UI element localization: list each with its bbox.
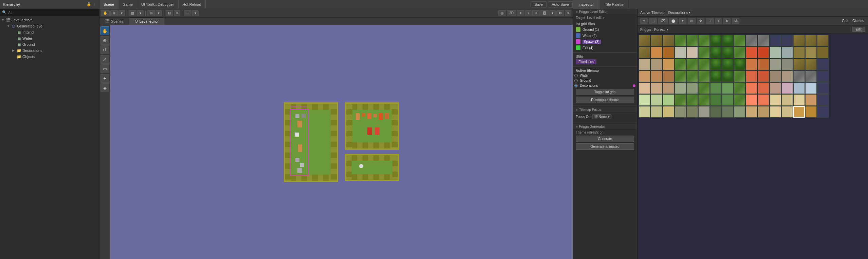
tile-cell[interactable] bbox=[675, 106, 686, 118]
tile-cell[interactable] bbox=[734, 59, 745, 70]
tile-cell[interactable] bbox=[663, 71, 674, 82]
tile-cell[interactable] bbox=[663, 94, 674, 106]
tilemap-decorations[interactable]: Decorations bbox=[573, 83, 637, 88]
tile-cell[interactable] bbox=[734, 82, 745, 94]
tile-cell[interactable] bbox=[805, 35, 817, 46]
tile-cell[interactable] bbox=[710, 59, 722, 70]
radio-ground[interactable] bbox=[574, 79, 578, 82]
tile-cell[interactable] bbox=[686, 106, 698, 118]
tile-cell[interactable] bbox=[817, 35, 829, 46]
tile-cell[interactable] bbox=[698, 35, 710, 46]
recompute-theme-button[interactable]: Recompute theme bbox=[576, 97, 634, 103]
hierarchy-lock-icon[interactable]: 🔒 bbox=[87, 2, 91, 6]
palette-marquee[interactable]: ⬚ bbox=[649, 18, 657, 24]
tab-scene[interactable]: Scene bbox=[99, 0, 118, 9]
tile-cell[interactable] bbox=[722, 71, 734, 82]
tile-cell[interactable] bbox=[758, 94, 769, 106]
tab-hot-reload[interactable]: Hot Reload bbox=[179, 0, 206, 9]
tile-cell[interactable] bbox=[639, 71, 650, 82]
scene-view-btn[interactable]: 🖼 bbox=[540, 10, 549, 16]
tile-cell[interactable] bbox=[817, 106, 829, 118]
tile-cell[interactable] bbox=[651, 71, 662, 82]
tile-cell[interactable] bbox=[734, 106, 745, 118]
tile-cell[interactable] bbox=[805, 71, 817, 82]
tile-cell[interactable] bbox=[663, 35, 674, 46]
tile-cell[interactable] bbox=[722, 106, 734, 118]
tile-cell[interactable] bbox=[663, 82, 674, 94]
tile-cell[interactable] bbox=[686, 71, 698, 82]
gizmos-dropdown[interactable]: ▾ bbox=[565, 10, 571, 16]
tile-cell[interactable] bbox=[675, 94, 686, 106]
light-btn[interactable]: ☀ bbox=[517, 10, 524, 16]
tilemap-ground[interactable]: Ground bbox=[573, 78, 637, 83]
level-editor-breadcrumb[interactable]: ⬡ Level editor bbox=[129, 18, 165, 25]
tile-cell[interactable] bbox=[805, 59, 817, 70]
tile-cell[interactable] bbox=[698, 47, 710, 58]
tile-cell[interactable] bbox=[639, 35, 650, 46]
tile-cell[interactable] bbox=[758, 35, 769, 46]
tree-item-level-editor[interactable]: ▼ 🎬 Level editor* bbox=[0, 17, 99, 23]
tile-cell[interactable] bbox=[770, 35, 781, 46]
palette-fill[interactable]: ⬤ bbox=[669, 18, 678, 24]
fixed-tiles-button[interactable]: Fixed tiles bbox=[576, 59, 596, 64]
tab-game[interactable]: Game bbox=[118, 0, 137, 9]
tile-cell[interactable] bbox=[770, 59, 781, 70]
radio-decorations[interactable] bbox=[574, 84, 578, 87]
tile-cell[interactable] bbox=[710, 47, 722, 58]
tile-cell[interactable] bbox=[781, 106, 793, 118]
tile-cell[interactable] bbox=[698, 94, 710, 106]
tool-scale[interactable]: ⤢ bbox=[100, 55, 109, 64]
tile-cell[interactable] bbox=[710, 94, 722, 106]
tile-cell[interactable] bbox=[817, 59, 829, 70]
palette-rotate-cw[interactable]: ↻ bbox=[723, 18, 731, 24]
hierarchy-menu-icon[interactable]: ⋮ bbox=[93, 2, 96, 6]
tile-cell[interactable] bbox=[698, 71, 710, 82]
tile-cell[interactable] bbox=[770, 71, 781, 82]
palette-rect[interactable]: ▭ bbox=[688, 18, 696, 24]
tile-cell[interactable] bbox=[805, 47, 817, 58]
tool-rect-transform[interactable]: ▭ bbox=[100, 64, 109, 73]
tile-cell[interactable] bbox=[675, 71, 686, 82]
tile-cell[interactable] bbox=[793, 71, 805, 82]
tree-item-water[interactable]: ▦ Water bbox=[0, 35, 99, 41]
tile-cell[interactable] bbox=[651, 59, 662, 70]
tile-cell[interactable] bbox=[817, 94, 829, 106]
tile-cell[interactable] bbox=[793, 59, 805, 70]
tile-cell[interactable] bbox=[758, 71, 769, 82]
tile-cell[interactable] bbox=[698, 82, 710, 94]
tile-cell[interactable] bbox=[675, 59, 686, 70]
tile-cell[interactable] bbox=[722, 35, 734, 46]
search-input[interactable] bbox=[8, 11, 97, 15]
palette-rotate-ccw[interactable]: ↺ bbox=[732, 18, 739, 24]
tile-cell[interactable] bbox=[746, 82, 757, 94]
tile-cell[interactable] bbox=[663, 106, 674, 118]
tile-cell[interactable] bbox=[686, 94, 698, 106]
tile-cell[interactable] bbox=[710, 35, 722, 46]
tile-cell[interactable] bbox=[639, 82, 650, 94]
focus-dropdown[interactable]: 🎬 None ▾ bbox=[592, 114, 611, 119]
tool-group4[interactable]: ⊟ bbox=[166, 10, 173, 16]
tool-group5b[interactable]: ▾ bbox=[192, 10, 199, 16]
tile-cell[interactable] bbox=[817, 47, 829, 58]
tool-group3[interactable]: ⊞ bbox=[147, 10, 155, 16]
tile-cell[interactable] bbox=[686, 47, 698, 58]
tile-cell[interactable] bbox=[651, 94, 662, 106]
scene-viewport[interactable]: ✋ ⊕ ↺ ⤢ ▭ ✦ ◈ bbox=[99, 25, 573, 259]
tile-cell[interactable] bbox=[651, 35, 662, 46]
toggle-int-grid-button[interactable]: Toggle int grid bbox=[576, 89, 634, 95]
gizmos-btn[interactable]: ⚙ bbox=[556, 10, 564, 16]
edit-button[interactable]: Edit bbox=[852, 27, 865, 32]
tool-dropdown[interactable]: ▾ bbox=[118, 10, 125, 16]
tool-group5[interactable]: ··· bbox=[184, 10, 191, 16]
tilemap-water[interactable]: Water bbox=[573, 73, 637, 78]
scenes-breadcrumb[interactable]: 🎬 Scenes bbox=[99, 18, 129, 25]
audio-btn[interactable]: ♪ bbox=[525, 10, 532, 16]
tile-cell[interactable] bbox=[722, 47, 734, 58]
tile-cell[interactable] bbox=[675, 35, 686, 46]
tile-cell[interactable] bbox=[781, 82, 793, 94]
tile-cell[interactable] bbox=[722, 82, 734, 94]
tile-cell[interactable] bbox=[663, 59, 674, 70]
tile-cell[interactable] bbox=[734, 71, 745, 82]
tile-cell[interactable] bbox=[805, 82, 817, 94]
tool-grid-dropdown[interactable]: ▾ bbox=[137, 10, 144, 16]
